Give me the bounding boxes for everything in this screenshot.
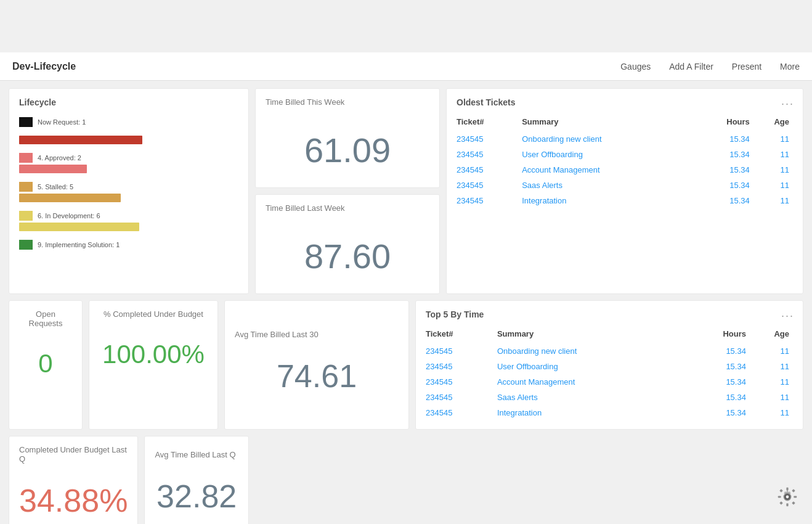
top5-more-btn[interactable]: ···: [781, 309, 794, 322]
top5-title: Top 5 By Time: [426, 309, 793, 319]
top5-ticket-row[interactable]: 234545 Account Management 15.34 11: [426, 374, 793, 390]
ticket-age: 11: [753, 147, 793, 162]
ticket-num[interactable]: 234545: [457, 147, 522, 162]
lifecycle-card: Lifecycle Now Request: 1 4. Approved: 2: [9, 88, 249, 294]
svg-point-10: [786, 496, 789, 499]
ticket-summary[interactable]: Saas Alerts: [522, 178, 697, 193]
avg-time-billed-last-q-title: Avg Time Billed Last Q: [155, 450, 238, 459]
bar-label-in-dev: 6. In Development: 6: [38, 212, 100, 219]
open-requests-title: Open Requests: [19, 309, 72, 328]
ticket-hours: 15.34: [697, 131, 753, 147]
col-header-ticket: Ticket#: [457, 115, 522, 131]
bar-color-stalled: [19, 182, 33, 192]
nav-gauges[interactable]: Gauges: [620, 62, 651, 72]
ticket-summary[interactable]: Account Management: [497, 374, 688, 390]
ticket-age: 11: [750, 374, 793, 390]
col-header-age: Age: [753, 115, 793, 131]
bar-fill-red: [19, 136, 142, 144]
nav-add-filter[interactable]: Add A Filter: [669, 62, 713, 72]
bar-label-now-request: Now Request: 1: [38, 118, 86, 126]
middle-row: Open Requests 0 % Completed Under Budget…: [9, 300, 803, 430]
svg-rect-3: [778, 496, 781, 497]
top5-ticket-row[interactable]: 234545 Saas Alerts 15.34 11: [426, 390, 793, 405]
svg-rect-6: [792, 489, 795, 493]
ticket-hours: 15.34: [697, 178, 753, 193]
bar-fill-approved: [19, 165, 87, 173]
oldest-tickets-more-btn[interactable]: ···: [781, 97, 794, 110]
bar-color-approved: [19, 153, 33, 163]
completed-under-budget-last-q-value: 34.88%: [19, 470, 128, 524]
ticket-hours: 15.34: [697, 193, 753, 208]
oldest-ticket-row[interactable]: 234545 Account Management 15.34 11: [457, 162, 793, 178]
ticket-num[interactable]: 234545: [426, 405, 497, 420]
oldest-ticket-row[interactable]: 234545 User Offboarding 15.34 11: [457, 147, 793, 162]
top5-ticket-row[interactable]: 234545 Onboarding new client 15.34 11: [426, 343, 793, 359]
ticket-age: 11: [750, 343, 793, 359]
ticket-num[interactable]: 234545: [457, 131, 522, 147]
top-row: Lifecycle Now Request: 1 4. Approved: 2: [9, 88, 803, 294]
ticket-age: 11: [753, 162, 793, 178]
ticket-num[interactable]: 234545: [426, 374, 497, 390]
nav-more[interactable]: More: [780, 62, 800, 72]
completed-under-budget-last-q-title: Completed Under Budget Last Q: [19, 445, 128, 464]
bar-color-impl-solution: [19, 240, 33, 250]
ticket-summary[interactable]: User Offboarding: [497, 359, 688, 374]
top5-col-summary: Summary: [497, 327, 688, 343]
bottom-left-group: Completed Under Budget Last Q 34.88% Avg…: [9, 436, 249, 524]
ticket-num[interactable]: 234545: [457, 178, 522, 193]
oldest-tickets-table: Ticket# Summary Hours Age 234545 Onboard…: [457, 115, 793, 208]
ticket-age: 11: [753, 178, 793, 193]
ticket-num[interactable]: 234545: [457, 162, 522, 178]
ticket-num[interactable]: 234545: [457, 193, 522, 208]
lifecycle-title: Lifecycle: [19, 97, 238, 107]
svg-rect-5: [779, 489, 783, 493]
bar-label-impl-solution: 9. Implementing Solution: 1: [38, 241, 120, 248]
nav-brand: Dev-Lifecycle: [12, 61, 76, 72]
ticket-hours: 15.34: [688, 343, 750, 359]
bottom-row: Completed Under Budget Last Q 34.88% Avg…: [9, 436, 803, 524]
bar-in-dev: 6. In Development: 6: [19, 211, 238, 231]
ticket-num[interactable]: 234545: [426, 390, 497, 405]
oldest-tickets-card: Oldest Tickets ··· Ticket# Summary Hours…: [446, 88, 803, 294]
svg-rect-8: [792, 501, 795, 505]
oldest-tickets-title: Oldest Tickets: [457, 97, 793, 107]
ticket-summary[interactable]: Integratation: [522, 193, 697, 208]
top5-ticket-row[interactable]: 234545 Integratation 15.34 11: [426, 405, 793, 420]
ticket-summary[interactable]: Onboarding new client: [497, 343, 688, 359]
bar-red: [19, 136, 238, 144]
dashboard: Lifecycle Now Request: 1 4. Approved: 2: [0, 81, 812, 524]
oldest-ticket-row[interactable]: 234545 Saas Alerts 15.34 11: [457, 178, 793, 193]
ticket-summary[interactable]: Saas Alerts: [497, 390, 688, 405]
completed-under-budget-card: % Completed Under Budget 100.00%: [89, 300, 218, 430]
ticket-age: 11: [753, 193, 793, 208]
avg-time-billed-30-title: Avg Time Billed Last 30: [235, 330, 399, 339]
bar-stalled: 5. Stalled: 5: [19, 182, 238, 202]
nav-present[interactable]: Present: [732, 62, 761, 72]
ticket-summary[interactable]: Account Management: [522, 162, 697, 178]
top5-ticket-row[interactable]: 234545 User Offboarding 15.34 11: [426, 359, 793, 374]
bar-color-now-request: [19, 117, 33, 127]
col-header-summary: Summary: [522, 115, 697, 131]
gear-icon-wrapper[interactable]: [775, 485, 800, 512]
svg-rect-7: [779, 501, 783, 505]
gear-icon: [775, 485, 800, 509]
ticket-summary[interactable]: User Offboarding: [522, 147, 697, 162]
ticket-age: 11: [750, 359, 793, 374]
oldest-ticket-row[interactable]: 234545 Integratation 15.34 11: [457, 193, 793, 208]
oldest-ticket-row[interactable]: 234545 Onboarding new client 15.34 11: [457, 131, 793, 147]
ticket-num[interactable]: 234545: [426, 343, 497, 359]
svg-rect-2: [786, 503, 788, 506]
ticket-num[interactable]: 234545: [426, 359, 497, 374]
top5-col-ticket: Ticket#: [426, 327, 497, 343]
avg-time-billed-last-q-card: Avg Time Billed Last Q 32.82: [144, 436, 249, 524]
time-billed-last-week-title: Time Billed Last Week: [266, 203, 429, 213]
ticket-age: 11: [750, 390, 793, 405]
open-requests-card: Open Requests 0: [9, 300, 83, 430]
ticket-hours: 15.34: [697, 162, 753, 178]
bar-impl-solution: 9. Implementing Solution: 1: [19, 240, 238, 250]
col-header-hours: Hours: [697, 115, 753, 131]
ticket-summary[interactable]: Onboarding new client: [522, 131, 697, 147]
ticket-summary[interactable]: Integratation: [497, 405, 688, 420]
time-billed-this-week-card: Time Billed This Week 61.09: [255, 88, 440, 188]
ticket-hours: 15.34: [688, 390, 750, 405]
